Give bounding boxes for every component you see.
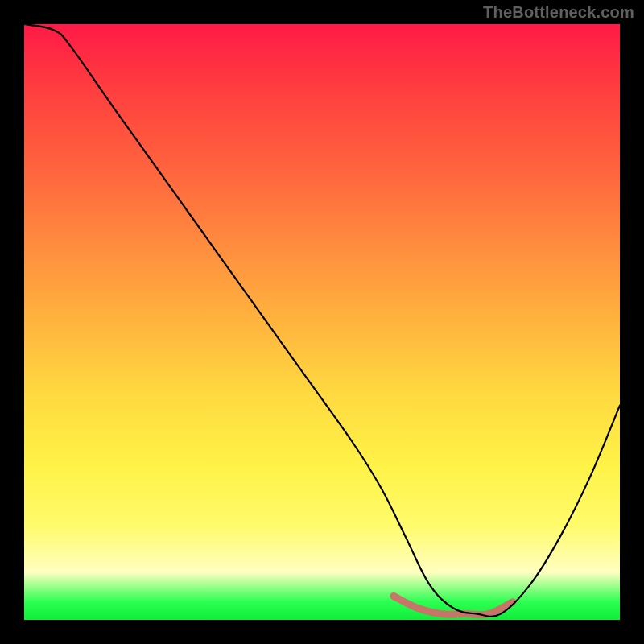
chart-frame: TheBottleneck.com [0,0,644,644]
line-chart-svg [24,24,620,620]
plot-area [24,24,620,620]
watermark-text: TheBottleneck.com [483,3,634,22]
valley-highlight-path [394,596,513,614]
bottleneck-curve-path [24,24,620,617]
